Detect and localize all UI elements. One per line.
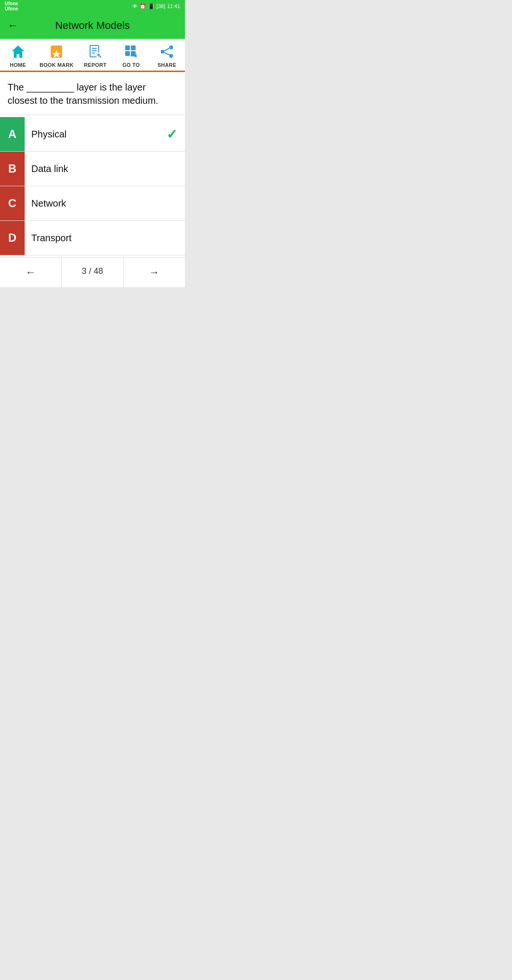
page-title: Network Models	[24, 19, 161, 32]
report-label: REPORT	[84, 62, 107, 68]
navigation-bar: ← 3 / 48 →	[0, 257, 185, 287]
svg-rect-13	[125, 51, 130, 56]
bookmark-icon	[47, 43, 65, 61]
option-b-badge: B	[0, 152, 25, 186]
bookmark-label: BOOK MARK	[39, 62, 73, 68]
option-a[interactable]: A Physical ✓	[0, 117, 185, 152]
eye-icon: 👁	[132, 3, 137, 9]
option-b-text: Data link	[25, 156, 185, 182]
share-icon	[158, 43, 176, 61]
toolbar: HOME BOOK MARK REPORT	[0, 39, 185, 72]
back-button[interactable]: ←	[8, 19, 18, 32]
option-c[interactable]: C Network	[0, 186, 185, 221]
alarm-icon: ⏰	[139, 3, 146, 9]
carrier-name: Ufone	[5, 1, 18, 6]
carrier-info: Ufone Ufone	[5, 1, 18, 11]
toolbar-item-bookmark[interactable]: BOOK MARK	[39, 43, 73, 68]
report-icon	[86, 43, 104, 61]
status-icons: 👁 ⏰ 📳 [38] 11:41	[132, 3, 180, 9]
carrier-name-2: Ufone	[5, 6, 18, 11]
next-button[interactable]: →	[124, 258, 185, 287]
svg-point-16	[169, 45, 173, 49]
toolbar-item-goto[interactable]: GO TO	[117, 43, 146, 68]
background-area	[0, 287, 185, 477]
toolbar-item-report[interactable]: REPORT	[81, 43, 110, 68]
option-b[interactable]: B Data link	[0, 152, 185, 186]
goto-label: GO TO	[122, 62, 140, 68]
svg-line-20	[165, 53, 169, 55]
time-display: 11:41	[167, 3, 180, 9]
share-label: SHARE	[157, 62, 176, 68]
page-counter: 3 / 48	[62, 258, 123, 287]
question-text: The _________ layer is the layer closest…	[8, 81, 177, 107]
svg-point-18	[169, 54, 173, 58]
option-d[interactable]: D Transport	[0, 221, 185, 255]
svg-line-19	[165, 48, 169, 51]
home-icon	[9, 43, 27, 61]
option-c-text: Network	[25, 191, 185, 217]
battery-indicator: [38]	[156, 3, 165, 9]
status-bar: Ufone Ufone 👁 ⏰ 📳 [38] 11:41	[0, 0, 185, 12]
main-content: The _________ layer is the layer closest…	[0, 72, 185, 287]
prev-button[interactable]: ←	[0, 258, 62, 287]
option-d-badge: D	[0, 221, 25, 255]
toolbar-item-home[interactable]: HOME	[4, 43, 32, 68]
header: ← Network Models	[0, 12, 185, 39]
goto-icon	[122, 43, 140, 61]
correct-checkmark: ✓	[166, 127, 185, 142]
svg-rect-12	[131, 45, 136, 50]
option-a-badge: A	[0, 117, 25, 151]
option-a-text: Physical	[25, 121, 166, 147]
option-d-text: Transport	[25, 225, 185, 251]
vibrate-icon: 📳	[148, 3, 155, 9]
svg-marker-0	[12, 45, 24, 58]
question-area: The _________ layer is the layer closest…	[0, 72, 185, 115]
svg-point-17	[161, 50, 165, 54]
svg-rect-11	[125, 45, 130, 50]
option-c-badge: C	[0, 186, 25, 220]
toolbar-item-share[interactable]: SHARE	[153, 43, 181, 68]
home-label: HOME	[10, 62, 26, 68]
